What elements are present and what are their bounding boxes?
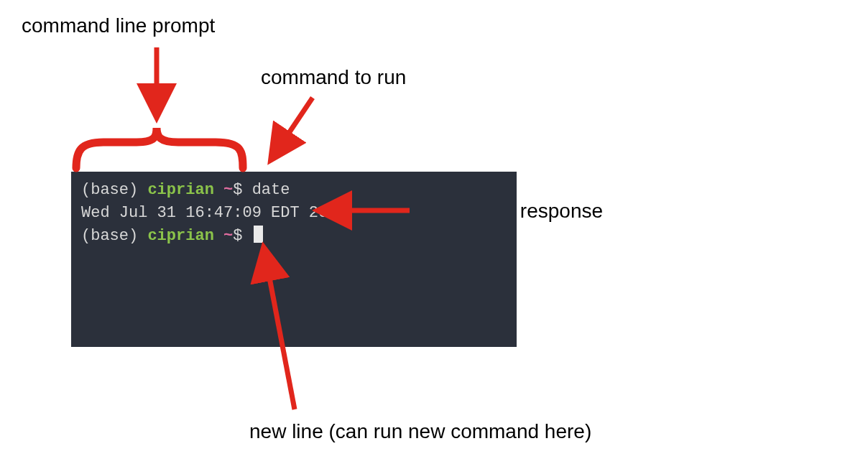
annotation-command-label: command to run xyxy=(261,66,406,89)
terminal-line-3: (base) ciprian ~$ xyxy=(81,225,507,248)
prompt-user: ciprian xyxy=(147,181,213,199)
prompt-symbol: $ xyxy=(233,227,242,245)
terminal-cursor[interactable] xyxy=(254,226,263,243)
terminal-window[interactable]: (base) ciprian ~$ date Wed Jul 31 16:47:… xyxy=(71,172,517,347)
annotation-prompt-label: command line prompt xyxy=(22,14,215,37)
prompt-user: ciprian xyxy=(147,227,213,245)
prompt-env: (base) xyxy=(81,181,138,199)
svg-line-1 xyxy=(273,98,313,157)
prompt-path: ~ xyxy=(223,227,233,245)
terminal-line-1: (base) ciprian ~$ date xyxy=(81,179,507,202)
prompt-env: (base) xyxy=(81,227,138,245)
command-text: date xyxy=(252,181,290,199)
curly-brace-icon xyxy=(76,128,243,168)
prompt-path: ~ xyxy=(223,181,233,199)
arrow-to-command-icon xyxy=(273,98,313,157)
annotation-newline-label: new line (can run new command here) xyxy=(249,420,591,443)
terminal-output: Wed Jul 31 16:47:09 EDT 2019 xyxy=(81,202,507,225)
prompt-symbol: $ xyxy=(233,181,242,199)
